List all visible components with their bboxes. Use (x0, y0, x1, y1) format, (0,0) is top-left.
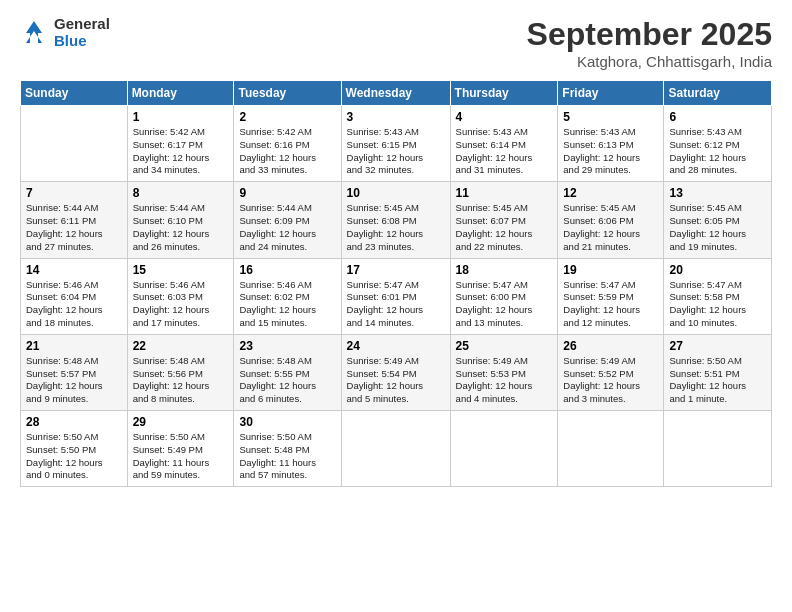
calendar-cell: 30Sunrise: 5:50 AM Sunset: 5:48 PM Dayli… (234, 411, 341, 487)
cell-info: Sunrise: 5:50 AM Sunset: 5:51 PM Dayligh… (669, 355, 766, 406)
day-number: 16 (239, 263, 335, 277)
weekday-header: Thursday (450, 81, 558, 106)
calendar-cell: 29Sunrise: 5:50 AM Sunset: 5:49 PM Dayli… (127, 411, 234, 487)
calendar-cell: 22Sunrise: 5:48 AM Sunset: 5:56 PM Dayli… (127, 334, 234, 410)
day-number: 28 (26, 415, 122, 429)
calendar-cell: 24Sunrise: 5:49 AM Sunset: 5:54 PM Dayli… (341, 334, 450, 410)
calendar-cell: 2Sunrise: 5:42 AM Sunset: 6:16 PM Daylig… (234, 106, 341, 182)
calendar-cell: 26Sunrise: 5:49 AM Sunset: 5:52 PM Dayli… (558, 334, 664, 410)
cell-info: Sunrise: 5:45 AM Sunset: 6:05 PM Dayligh… (669, 202, 766, 253)
calendar-cell (664, 411, 772, 487)
calendar-week-row: 21Sunrise: 5:48 AM Sunset: 5:57 PM Dayli… (21, 334, 772, 410)
cell-info: Sunrise: 5:47 AM Sunset: 6:00 PM Dayligh… (456, 279, 553, 330)
calendar-cell: 23Sunrise: 5:48 AM Sunset: 5:55 PM Dayli… (234, 334, 341, 410)
cell-info: Sunrise: 5:49 AM Sunset: 5:54 PM Dayligh… (347, 355, 445, 406)
calendar-cell: 19Sunrise: 5:47 AM Sunset: 5:59 PM Dayli… (558, 258, 664, 334)
day-number: 10 (347, 186, 445, 200)
calendar-cell: 9Sunrise: 5:44 AM Sunset: 6:09 PM Daylig… (234, 182, 341, 258)
day-number: 6 (669, 110, 766, 124)
weekday-header-row: SundayMondayTuesdayWednesdayThursdayFrid… (21, 81, 772, 106)
calendar-cell: 28Sunrise: 5:50 AM Sunset: 5:50 PM Dayli… (21, 411, 128, 487)
day-number: 24 (347, 339, 445, 353)
calendar-cell: 11Sunrise: 5:45 AM Sunset: 6:07 PM Dayli… (450, 182, 558, 258)
calendar-cell: 8Sunrise: 5:44 AM Sunset: 6:10 PM Daylig… (127, 182, 234, 258)
calendar-cell (21, 106, 128, 182)
day-number: 7 (26, 186, 122, 200)
calendar-week-row: 14Sunrise: 5:46 AM Sunset: 6:04 PM Dayli… (21, 258, 772, 334)
cell-info: Sunrise: 5:43 AM Sunset: 6:12 PM Dayligh… (669, 126, 766, 177)
cell-info: Sunrise: 5:50 AM Sunset: 5:50 PM Dayligh… (26, 431, 122, 482)
cell-info: Sunrise: 5:48 AM Sunset: 5:56 PM Dayligh… (133, 355, 229, 406)
cell-info: Sunrise: 5:44 AM Sunset: 6:11 PM Dayligh… (26, 202, 122, 253)
cell-info: Sunrise: 5:46 AM Sunset: 6:03 PM Dayligh… (133, 279, 229, 330)
cell-info: Sunrise: 5:49 AM Sunset: 5:53 PM Dayligh… (456, 355, 553, 406)
calendar-cell: 12Sunrise: 5:45 AM Sunset: 6:06 PM Dayli… (558, 182, 664, 258)
day-number: 12 (563, 186, 658, 200)
cell-info: Sunrise: 5:42 AM Sunset: 6:17 PM Dayligh… (133, 126, 229, 177)
calendar-cell: 20Sunrise: 5:47 AM Sunset: 5:58 PM Dayli… (664, 258, 772, 334)
cell-info: Sunrise: 5:49 AM Sunset: 5:52 PM Dayligh… (563, 355, 658, 406)
calendar-table: SundayMondayTuesdayWednesdayThursdayFrid… (20, 80, 772, 487)
header: General Blue September 2025 Katghora, Ch… (20, 16, 772, 70)
cell-info: Sunrise: 5:45 AM Sunset: 6:06 PM Dayligh… (563, 202, 658, 253)
day-number: 22 (133, 339, 229, 353)
day-number: 25 (456, 339, 553, 353)
cell-info: Sunrise: 5:44 AM Sunset: 6:09 PM Dayligh… (239, 202, 335, 253)
cell-info: Sunrise: 5:46 AM Sunset: 6:02 PM Dayligh… (239, 279, 335, 330)
calendar-cell: 1Sunrise: 5:42 AM Sunset: 6:17 PM Daylig… (127, 106, 234, 182)
calendar-cell: 3Sunrise: 5:43 AM Sunset: 6:15 PM Daylig… (341, 106, 450, 182)
day-number: 15 (133, 263, 229, 277)
day-number: 23 (239, 339, 335, 353)
day-number: 18 (456, 263, 553, 277)
day-number: 5 (563, 110, 658, 124)
page: General Blue September 2025 Katghora, Ch… (0, 0, 792, 612)
day-number: 9 (239, 186, 335, 200)
calendar-cell: 10Sunrise: 5:45 AM Sunset: 6:08 PM Dayli… (341, 182, 450, 258)
cell-info: Sunrise: 5:48 AM Sunset: 5:57 PM Dayligh… (26, 355, 122, 406)
cell-info: Sunrise: 5:47 AM Sunset: 5:58 PM Dayligh… (669, 279, 766, 330)
calendar-cell: 17Sunrise: 5:47 AM Sunset: 6:01 PM Dayli… (341, 258, 450, 334)
calendar-cell: 6Sunrise: 5:43 AM Sunset: 6:12 PM Daylig… (664, 106, 772, 182)
day-number: 2 (239, 110, 335, 124)
day-number: 27 (669, 339, 766, 353)
calendar-cell: 15Sunrise: 5:46 AM Sunset: 6:03 PM Dayli… (127, 258, 234, 334)
cell-info: Sunrise: 5:45 AM Sunset: 6:08 PM Dayligh… (347, 202, 445, 253)
cell-info: Sunrise: 5:42 AM Sunset: 6:16 PM Dayligh… (239, 126, 335, 177)
cell-info: Sunrise: 5:43 AM Sunset: 6:13 PM Dayligh… (563, 126, 658, 177)
weekday-header: Wednesday (341, 81, 450, 106)
weekday-header: Tuesday (234, 81, 341, 106)
weekday-header: Monday (127, 81, 234, 106)
cell-info: Sunrise: 5:46 AM Sunset: 6:04 PM Dayligh… (26, 279, 122, 330)
day-number: 13 (669, 186, 766, 200)
calendar-cell: 13Sunrise: 5:45 AM Sunset: 6:05 PM Dayli… (664, 182, 772, 258)
weekday-header: Sunday (21, 81, 128, 106)
weekday-header: Friday (558, 81, 664, 106)
title-block: September 2025 Katghora, Chhattisgarh, I… (527, 16, 772, 70)
day-number: 26 (563, 339, 658, 353)
day-number: 4 (456, 110, 553, 124)
calendar-cell: 7Sunrise: 5:44 AM Sunset: 6:11 PM Daylig… (21, 182, 128, 258)
calendar-cell: 14Sunrise: 5:46 AM Sunset: 6:04 PM Dayli… (21, 258, 128, 334)
calendar-cell: 5Sunrise: 5:43 AM Sunset: 6:13 PM Daylig… (558, 106, 664, 182)
day-number: 11 (456, 186, 553, 200)
day-number: 29 (133, 415, 229, 429)
calendar-cell: 21Sunrise: 5:48 AM Sunset: 5:57 PM Dayli… (21, 334, 128, 410)
cell-info: Sunrise: 5:43 AM Sunset: 6:14 PM Dayligh… (456, 126, 553, 177)
logo-general-text: General (54, 16, 110, 33)
calendar-week-row: 7Sunrise: 5:44 AM Sunset: 6:11 PM Daylig… (21, 182, 772, 258)
cell-info: Sunrise: 5:45 AM Sunset: 6:07 PM Dayligh… (456, 202, 553, 253)
calendar-cell: 18Sunrise: 5:47 AM Sunset: 6:00 PM Dayli… (450, 258, 558, 334)
calendar-week-row: 1Sunrise: 5:42 AM Sunset: 6:17 PM Daylig… (21, 106, 772, 182)
month-title: September 2025 (527, 16, 772, 53)
cell-info: Sunrise: 5:48 AM Sunset: 5:55 PM Dayligh… (239, 355, 335, 406)
logo-bird-icon (20, 21, 48, 45)
cell-info: Sunrise: 5:50 AM Sunset: 5:48 PM Dayligh… (239, 431, 335, 482)
day-number: 30 (239, 415, 335, 429)
day-number: 21 (26, 339, 122, 353)
day-number: 19 (563, 263, 658, 277)
weekday-header: Saturday (664, 81, 772, 106)
calendar-cell: 4Sunrise: 5:43 AM Sunset: 6:14 PM Daylig… (450, 106, 558, 182)
calendar-cell: 25Sunrise: 5:49 AM Sunset: 5:53 PM Dayli… (450, 334, 558, 410)
day-number: 8 (133, 186, 229, 200)
day-number: 17 (347, 263, 445, 277)
